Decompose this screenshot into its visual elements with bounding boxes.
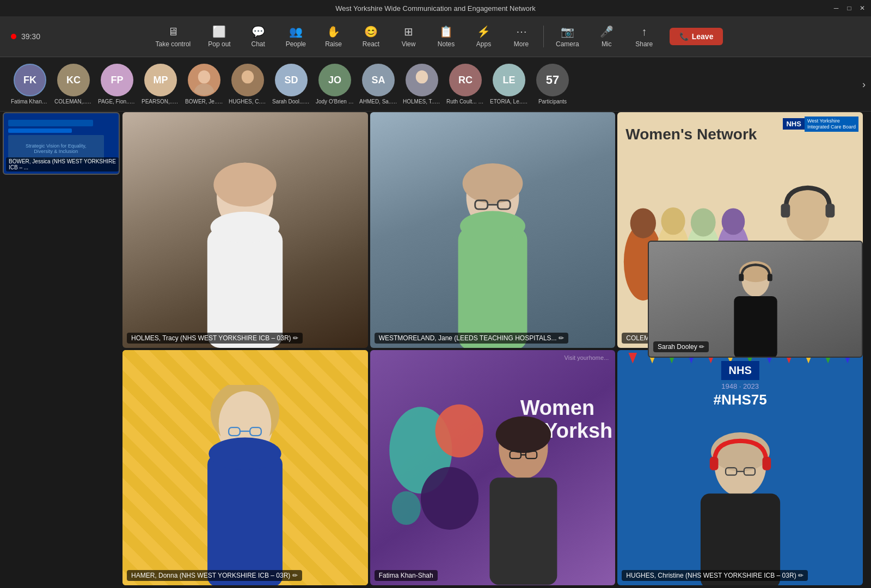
pop-out-label: Pop out bbox=[208, 40, 230, 48]
participant-fp[interactable]: FP PAGE, Fion... 🎤 bbox=[98, 64, 136, 105]
participant-sa[interactable]: SA AHMED, Sa... 🎤 bbox=[359, 64, 397, 105]
video-label-sarah: Sarah Dooley ✏ bbox=[653, 341, 709, 352]
take-control-button[interactable]: 🖥 Take control bbox=[148, 21, 199, 52]
apps-button[interactable]: ⚡ Apps bbox=[466, 21, 501, 52]
participant-fp-name: PAGE, Fion... 🎤 bbox=[98, 99, 136, 105]
video-cell-holmes: HOLMES, Tracy (NHS WEST YORKSHIRE ICB – … bbox=[122, 112, 368, 348]
react-label: React bbox=[363, 40, 379, 48]
camera-button[interactable]: 📷 Camera bbox=[548, 21, 587, 52]
video-cell-westmoreland: WESTMORELAND, Jane (LEEDS TEACHING HOSPI… bbox=[370, 112, 616, 348]
leave-phone-icon: 📞 bbox=[679, 32, 689, 41]
participant-le-name: ETORIA, Le... 🎤 bbox=[490, 99, 528, 105]
leave-button[interactable]: 📞 Leave bbox=[670, 28, 723, 45]
participant-mp[interactable]: MP PEARSON,... 🎤 bbox=[142, 64, 180, 105]
svg-rect-27 bbox=[781, 204, 790, 217]
participant-sd-name: Sarah Dool... 🎤 bbox=[272, 99, 310, 105]
recording-dot bbox=[11, 34, 16, 39]
avatar-jo: JO bbox=[318, 64, 351, 96]
svg-rect-32 bbox=[207, 455, 283, 585]
video-cell-hamer: HAMER, Donna (NHS WEST YORKSHIRE ICB – 0… bbox=[122, 350, 368, 586]
participant-jo[interactable]: JO Jody O'Brien 🎤 bbox=[316, 64, 354, 105]
svg-rect-43 bbox=[489, 477, 557, 585]
participant-ht-name: HOLMES, T... 🎤 bbox=[403, 99, 441, 105]
svg-point-18 bbox=[630, 208, 656, 238]
close-button[interactable]: ✕ bbox=[859, 5, 866, 11]
svg-point-13 bbox=[460, 211, 525, 241]
participant-kc-name: COLEMAN,... 🎤 bbox=[54, 99, 93, 105]
participant-kc[interactable]: KC COLEMAN,... 🎤 bbox=[54, 64, 93, 105]
participants-count-bubble[interactable]: 57 Participants bbox=[533, 64, 572, 105]
avatar-sd: SD bbox=[275, 64, 308, 96]
more-button[interactable]: ⋯ More bbox=[504, 21, 539, 52]
expand-participants-arrow[interactable]: › bbox=[862, 78, 866, 90]
visit-yourhome-watermark: Visit yourhome... bbox=[565, 354, 609, 361]
svg-point-22 bbox=[691, 208, 716, 236]
svg-point-48 bbox=[711, 432, 770, 471]
mic-button[interactable]: 🎤 Mic bbox=[589, 21, 624, 52]
nhs75-years: 1948 · 2023 bbox=[714, 382, 767, 390]
view-button[interactable]: ⊞ View bbox=[391, 21, 426, 52]
maximize-button[interactable]: □ bbox=[846, 5, 852, 11]
video-label-hughes: HUGHES, Christine (NHS WEST YORKSHIRE IC… bbox=[622, 570, 808, 581]
participant-bower[interactable]: BOWER, Je... 🎤 bbox=[185, 64, 223, 105]
svg-point-4 bbox=[416, 70, 428, 83]
participant-rc[interactable]: RC Ruth Coult... 🎤 bbox=[446, 64, 484, 105]
title-bar: West Yorkshire Wide Communication and En… bbox=[0, 0, 871, 16]
avatar-sa: SA bbox=[362, 64, 395, 96]
person-silhouette-hughes bbox=[648, 432, 832, 585]
svg-rect-28 bbox=[825, 204, 835, 217]
person-silhouette-holmes bbox=[160, 160, 331, 348]
toolbar: 39:30 🖥 Take control ⬜ Pop out 💬 Chat 👥 … bbox=[0, 16, 871, 57]
svg-point-20 bbox=[661, 207, 685, 235]
womens-network-title: Women's Network bbox=[625, 126, 757, 143]
video-label-fatima: Fatima Khan-Shah bbox=[375, 570, 438, 581]
person-silhouette-westmoreland bbox=[407, 160, 578, 348]
svg-point-1 bbox=[194, 84, 214, 95]
participant-hughes-c-name: HUGHES, C... 🎤 bbox=[229, 99, 267, 105]
svg-point-42 bbox=[496, 416, 551, 453]
pop-out-icon: ⬜ bbox=[212, 25, 226, 38]
participant-sd[interactable]: SD Sarah Dool... 🎤 bbox=[272, 64, 310, 105]
notes-icon: 📋 bbox=[439, 25, 453, 38]
view-icon: ⊞ bbox=[404, 25, 413, 38]
toolbar-separator bbox=[543, 26, 544, 47]
chat-icon: 💬 bbox=[252, 25, 265, 38]
participant-hughes-c[interactable]: HUGHES, C... 🎤 bbox=[229, 64, 267, 105]
participant-le[interactable]: LE ETORIA, Le... 🎤 bbox=[490, 64, 528, 105]
svg-point-0 bbox=[198, 70, 210, 83]
svg-point-3 bbox=[237, 84, 257, 95]
take-control-icon: 🖥 bbox=[168, 26, 179, 38]
window-title: West Yorkshire Wide Communication and En… bbox=[335, 4, 536, 13]
more-label: More bbox=[514, 40, 529, 48]
chat-button[interactable]: 💬 Chat bbox=[241, 21, 276, 52]
nhs75-hashtag: #NHS75 bbox=[714, 391, 767, 408]
participant-ht[interactable]: HOLMES, T... 🎤 bbox=[403, 64, 441, 105]
camera-label: Camera bbox=[556, 40, 579, 48]
pop-out-button[interactable]: ⬜ Pop out bbox=[200, 21, 238, 52]
people-button[interactable]: 👥 People bbox=[278, 21, 314, 52]
flag-red bbox=[628, 353, 637, 364]
person-silhouette-hamer bbox=[153, 385, 337, 585]
minimize-button[interactable]: ─ bbox=[833, 5, 839, 11]
notes-button[interactable]: 📋 Notes bbox=[428, 21, 464, 52]
share-button[interactable]: ↑ Share bbox=[627, 21, 662, 52]
svg-point-11 bbox=[463, 163, 523, 203]
participant-fk[interactable]: FK Fatima Khan-Sh... bbox=[11, 64, 49, 105]
video-label-holmes: HOLMES, Tracy (NHS WEST YORKSHIRE ICB – … bbox=[127, 333, 303, 344]
react-button[interactable]: 😊 React bbox=[353, 21, 389, 52]
recording-indicator: 39:30 bbox=[11, 32, 40, 41]
share-icon: ↑ bbox=[641, 26, 647, 38]
nhs-logo-coleman: NHS West YorkshireIntegrated Care Board bbox=[783, 117, 858, 132]
person-silhouette-fatima bbox=[468, 409, 579, 585]
raise-button[interactable]: ✋ Raise bbox=[316, 21, 351, 52]
svg-rect-8 bbox=[207, 228, 283, 347]
avatar-rc: RC bbox=[449, 64, 482, 96]
avatar-fp: FP bbox=[101, 64, 133, 96]
svg-point-24 bbox=[722, 208, 745, 235]
camera-icon: 📷 bbox=[561, 25, 574, 38]
svg-point-2 bbox=[242, 70, 254, 83]
video-cell-fatima: Visit yourhome... Womenst Yorksh Fatima … bbox=[370, 350, 616, 586]
chat-label: Chat bbox=[251, 40, 265, 48]
avatar-mp: MP bbox=[144, 64, 177, 96]
svg-point-9 bbox=[211, 211, 280, 243]
